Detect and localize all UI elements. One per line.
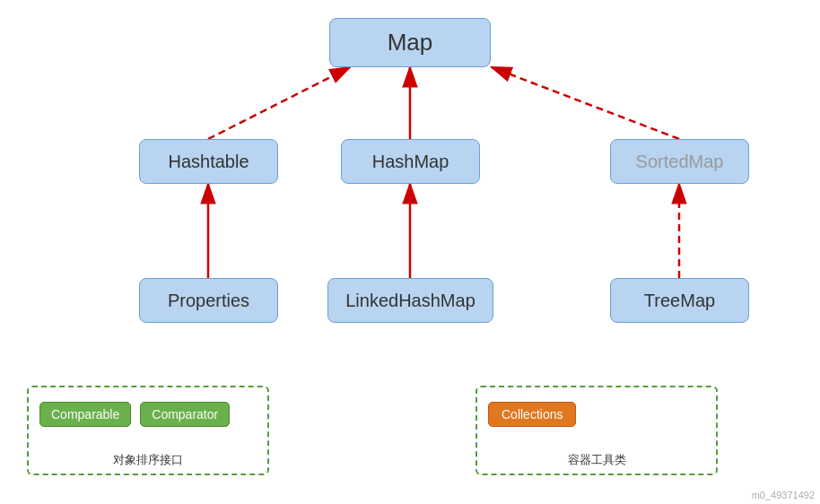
legend-left: Comparable Comparator 对象排序接口: [27, 386, 269, 475]
watermark: m0_49371492: [752, 490, 815, 500]
properties-label: Properties: [168, 291, 249, 311]
legend-left-items: Comparable Comparator: [39, 402, 257, 427]
map-label: Map: [388, 29, 433, 56]
node-sortedmap: SortedMap: [610, 139, 749, 184]
comparable-item: Comparable: [39, 402, 131, 427]
diagram-container: Map Hashtable HashMap SortedMap Properti…: [0, 0, 820, 504]
hashmap-label: HashMap: [372, 152, 449, 172]
legend-right: Collections 容器工具类: [475, 386, 718, 475]
hashtable-label: Hashtable: [168, 152, 249, 172]
node-treemap: TreeMap: [610, 278, 749, 323]
legend-left-label: 对象排序接口: [113, 452, 183, 468]
sortedmap-label: SortedMap: [636, 152, 724, 172]
comparator-item: Comparator: [140, 402, 230, 427]
node-map: Map: [329, 18, 491, 67]
hashtable-to-map-arrow: [208, 67, 350, 139]
legend-right-label: 容器工具类: [568, 452, 626, 468]
node-properties: Properties: [139, 278, 278, 323]
node-hashtable: Hashtable: [139, 139, 278, 184]
sortedmap-to-map-arrow: [492, 67, 679, 139]
node-linkedhashmap: LinkedHashMap: [327, 278, 493, 323]
linkedhashmap-label: LinkedHashMap: [345, 291, 475, 311]
legend-right-items: Collections: [488, 402, 705, 427]
node-hashmap: HashMap: [341, 139, 480, 184]
collections-item: Collections: [488, 402, 576, 427]
treemap-label: TreeMap: [644, 291, 715, 311]
